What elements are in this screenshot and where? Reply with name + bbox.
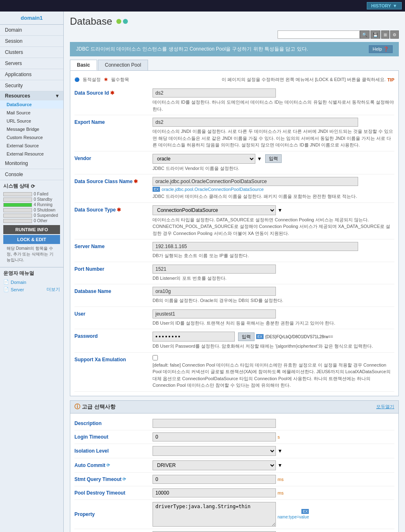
server-name-input[interactable] [153,242,358,251]
sidebar-item-url-source[interactable]: URL Source [0,117,63,125]
password-enc-icon: EX [256,334,264,339]
vendor-row: Vendor oracle ▼ 입력 JDBC 드라이버 Vendor의 이름을… [74,151,394,175]
property-hint-icon: EX [301,509,309,514]
tab-connection-pool[interactable]: Connection Pool [98,60,148,70]
required-icon: ✱ [104,77,108,82]
operator-domain-link[interactable]: Domain [11,280,26,285]
form-container: 🔵 동적설정 ✱ 필수항목 이 페이지의 설정을 수정하려면 왼쪽 메뉴에서 [… [70,70,399,396]
sidebar-item-applications[interactable]: Applications [0,69,63,80]
adv-isolation-select[interactable] [153,446,276,456]
vendor-input-button[interactable]: 입력 [265,154,282,163]
grid-icon-button[interactable]: ⊞ [381,30,389,39]
tab-basic[interactable]: Basic [70,60,97,70]
adv-pool-destroy-row: Pool Destroy Timeout ms [74,486,394,500]
sidebar-item-security[interactable]: Security [0,80,63,91]
adv-pool-destroy-input[interactable] [153,488,276,497]
form-tip-text: 이 페이지의 설정을 수정하려면 왼쪽 메뉴에서 [LOCK & EDIT] 버… [222,77,386,83]
datasource-id-input[interactable] [153,88,276,98]
operator-server-link[interactable]: Server [11,287,24,292]
password-dots: •••••••• [153,332,235,342]
export-name-row: Export Name 데이터소스의 JNDI 이름을 설정한다. 서로 다른 … [74,115,394,151]
history-button[interactable]: HISTORY ▼ [367,2,402,9]
help-button[interactable]: Help ❓ [369,45,393,53]
db-name-row: Database Name DB의 이름을 설정한다. Oracle의 경우에는… [74,284,394,307]
advanced-header: ⓘ 고급 선택사항 모두열기 [70,401,398,414]
sidebar-section-resources[interactable]: Resources ▾ [0,91,63,100]
adv-login-timeout-row: Login Timeout s [74,430,394,444]
vendor-dropdown-icon: ▼ [257,156,262,162]
lock-edit-button[interactable]: LOCK & EDIT [3,235,60,244]
datasource-type-select[interactable]: ConnectionPoolDataSource [153,205,276,215]
sidebar-item-custom-resource[interactable]: Custom Resource [0,133,63,142]
title-decoration [116,19,128,24]
sidebar-item-monitoring[interactable]: Monitoring [0,158,63,169]
save-icon-button[interactable]: 💾 [370,30,380,39]
xa-emulation-checkbox[interactable] [153,355,158,360]
sidebar-item-external-source[interactable]: External Source [0,142,63,150]
user-row: User DB User의 ID를 설정한다. 트랜잭션 처리 등을 위해서는 … [74,307,394,330]
pool-destroy-unit: ms [278,490,284,495]
vendor-select[interactable]: oracle [153,154,255,164]
password-input-button[interactable]: 입력 [238,332,255,341]
domain-name[interactable]: domain1 [0,12,63,25]
adv-auto-commit-row: Auto Commit ⟳ DRIVER ▼ [74,458,394,473]
dynamic-label: 동적설정 [83,77,101,83]
tip-label: TIP [387,77,394,82]
sidebar-item-datasource[interactable]: DataSource [0,100,63,109]
datasource-id-desc: 데이터소스의 ID를 설정한다. 하나의 도메인에서 데이터소스 ID는 데이터… [153,99,394,112]
xa-emulation-row: Support Xa Emulation [default: false] Co… [74,353,394,392]
status-row-suspended: 0 Suspended [3,213,60,218]
adv-login-timeout-input[interactable] [153,432,276,441]
isolation-dropdown-icon: ▼ [278,448,282,454]
sidebar-item-console[interactable]: Console [0,169,63,180]
vendor-desc: JDBC 드라이버 Vendor의 이름을 설정한다. [153,165,394,172]
adv-auto-commit-select[interactable]: DRIVER [153,460,276,470]
dynamic-icon: 🔵 [74,77,79,82]
sidebar-item-clusters[interactable]: Clusters [0,47,63,58]
adv-stmt-timeout-row: Stmt Query Timeout ⟳ ms [74,473,394,486]
class-hint-text: oracle.jdbc.pool.OracleConnectionPoolDat… [162,187,264,192]
search-button[interactable]: 🔍 [360,30,370,39]
tab-bar: Basic Connection Pool [64,58,405,70]
sidebar-note: 해당 Domain의 항목을 수정, 추가 또는 삭제하는 기능입니다. [3,244,60,265]
sidebar-item-servers[interactable]: Servers [0,58,63,69]
password-desc: DB User의 Password를 설정한다. 암호화해서 저장할 때에는 '… [153,343,394,350]
adv-description-row: Description [74,417,394,430]
search-input[interactable] [278,30,360,39]
port-number-input[interactable] [153,265,276,274]
operator-domain-row: 📄 Domain [3,279,60,286]
db-name-input[interactable] [153,287,276,296]
operator-server-row: 📄 Server 더보기 [3,286,60,293]
info-bar-text: JDBC 드라이버의 데이터소스 인스턴스를 생성하고 Connection P… [76,46,308,53]
stmt-timeout-sync-icon: ⟳ [123,477,126,481]
refresh-icon[interactable]: ⟳ [31,184,35,189]
export-name-input[interactable] [153,118,358,127]
operator-more-link[interactable]: 더보기 [46,286,60,293]
operator-manual-title: 운영자 매뉴얼 [3,270,60,277]
adv-stmt-timeout-input[interactable] [153,475,276,484]
adv-description-input[interactable] [153,419,276,428]
chevron-down-icon: ▼ [393,3,397,8]
sidebar-item-external-resource[interactable]: External Resource [0,150,63,158]
adv-property-textarea[interactable]: driverType:java.lang.String=thin [153,502,276,527]
class-name-desc: JDBC 드라이버 데이터소스 클래스의 이름을 설정한다. 패키지 이름을 포… [153,193,394,200]
sidebar-item-mail-source[interactable]: Mail Source [0,109,63,117]
server-name-desc: DB가 실행되는 호스트 이름 또는 IP를 설정한다. [153,252,394,259]
server-name-row: Server Name DB가 실행되는 호스트 이름 또는 IP를 설정한다. [74,239,394,262]
sidebar-item-message-bridge[interactable]: Message Bridge [0,125,63,133]
datasource-type-row: Data Source Type ✱ ConnectionPoolDataSou… [74,203,394,240]
advanced-form: Description Login Timeout s Isolation Le… [70,414,398,532]
runtime-info-button[interactable]: RUNTIME INFO [3,225,60,234]
password-hint-text: {DES}FQrLbQ/D8O1lDVS71L28rw== [265,335,333,339]
class-name-input[interactable] [153,177,358,186]
port-number-desc: DB Listener의 포트 번호를 설정한다. [153,275,394,282]
adv-property-row: Property driverType:java.lang.String=thi… [74,500,394,529]
tool-icon-button[interactable]: ⚙ [390,30,399,39]
sidebar-item-session[interactable]: Session [0,36,63,47]
sidebar-item-domain[interactable]: Domain [0,25,63,36]
expand-all-button[interactable]: 모두열기 [376,404,394,410]
info-bar: JDBC 드라이버의 데이터소스 인스턴스를 생성하고 Connection P… [70,42,399,56]
login-timeout-unit: s [278,434,280,439]
user-input[interactable] [153,309,276,318]
adv-isolation-row: Isolation Level ▼ [74,444,394,458]
